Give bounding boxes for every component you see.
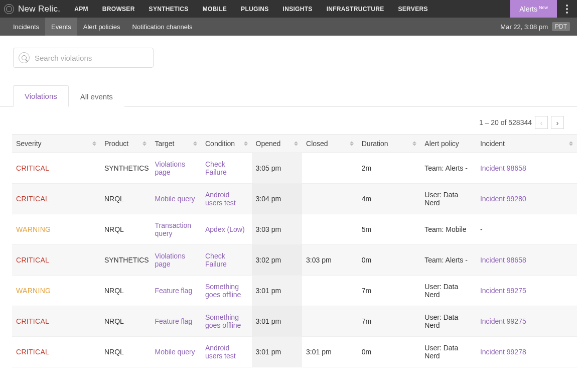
subnav-item-notification-channels[interactable]: Notification channels [126,18,199,36]
duration-label: 4m [362,195,371,203]
product-label: NRQL [104,348,124,356]
table-row: CRITICALNRQLMobile queryAndroid users te… [12,184,577,214]
opened-time: 3:01 pm [256,348,281,356]
duration-label: 0m [362,348,371,356]
table-row: CRITICALSYNTHETICSViolations pageCheck F… [12,153,577,184]
product-label: NRQL [104,225,124,233]
col-header-severity[interactable]: Severity [12,135,100,153]
policy-label: User: Data Nerd [424,191,458,207]
table-row: CRITICALNRQLMobile queryAndroid users te… [12,337,577,367]
nav-item-plugins[interactable]: PLUGINS [234,0,275,18]
sort-icon [193,142,197,146]
search-icon [19,52,30,63]
duration-label: 7m [362,317,371,325]
condition-link[interactable]: Android users test [205,191,236,207]
subnav-item-incidents[interactable]: Incidents [7,18,45,36]
sort-icon [92,142,96,146]
condition-link[interactable]: Android users test [205,344,236,360]
col-header-duration[interactable]: Duration [358,135,421,153]
col-header-incident[interactable]: Incident [476,135,577,153]
table-row: WARNINGNRQLTransaction queryApdex (Low)3… [12,214,577,245]
policy-label: Team: Alerts - [424,256,468,264]
condition-link[interactable]: Check Failure [205,160,227,176]
policy-label: User: Data Nerd [424,283,458,299]
product-label: NRQL [104,317,124,325]
opened-time: 3:01 pm [256,287,281,295]
nav-item-mobile[interactable]: MOBILE [196,0,234,18]
tab-all-events[interactable]: All events [69,86,124,107]
target-link[interactable]: Transaction query [155,221,191,237]
newrelic-logo-icon [4,4,14,14]
incident-link[interactable]: Incident 99280 [480,195,526,203]
alerts-label: Alerts [519,5,537,13]
col-header-alert-policy[interactable]: Alert policy [420,135,476,153]
brand-logo[interactable]: New Relic. [0,4,67,14]
target-link[interactable]: Mobile query [155,348,195,356]
condition-link[interactable]: Something goes offline [205,313,241,329]
opened-time: 3:03 pm [256,225,281,233]
prev-page-button[interactable]: ‹ [535,116,548,129]
search-box[interactable] [13,48,154,68]
severity-label: WARNING [16,225,51,233]
nav-item-apm[interactable]: APM [67,0,95,18]
pagination-text: 1 – 20 of 528344 [479,118,532,126]
sort-icon [569,142,573,146]
duration-label: 2m [362,164,371,172]
tabs: ViolationsAll events [0,73,577,107]
incident-empty: - [480,225,483,233]
closed-time: 3:03 pm [306,256,332,264]
condition-link[interactable]: Check Failure [205,252,227,268]
target-link[interactable]: Violations page [155,252,185,268]
duration-label: 5m [362,225,371,233]
severity-label: CRITICAL [16,164,49,172]
topbar: New Relic. APMBROWSERSYNTHETICSMOBILEPLU… [0,0,577,18]
opened-time: 3:02 pm [256,256,281,264]
tab-violations[interactable]: Violations [13,85,69,107]
col-header-opened[interactable]: Opened [252,135,303,153]
nav-item-servers[interactable]: SERVERS [391,0,435,18]
product-label: NRQL [104,195,124,203]
subnav-item-alert-policies[interactable]: Alert policies [77,18,126,36]
closed-time: 3:01 pm [306,348,332,356]
nav-item-infrastructure[interactable]: INFRASTRUCTURE [320,0,391,18]
overflow-menu-icon[interactable] [557,0,577,18]
target-link[interactable]: Feature flag [155,317,192,325]
col-header-condition[interactable]: Condition [201,135,252,153]
severity-label: CRITICAL [16,317,49,325]
incident-link[interactable]: Incident 99275 [480,317,526,325]
col-header-product[interactable]: Product [100,135,151,153]
incident-link[interactable]: Incident 98658 [480,256,526,264]
incident-link[interactable]: Incident 98658 [480,164,526,172]
brand-text: New Relic. [18,4,60,14]
condition-link[interactable]: Something goes offline [205,283,241,299]
target-link[interactable]: Feature flag [155,287,192,295]
nav-item-synthetics[interactable]: SYNTHETICS [142,0,196,18]
product-label: NRQL [104,287,124,295]
sort-icon [350,142,354,146]
alerts-badge: New [539,5,548,10]
severity-label: CRITICAL [16,195,49,203]
primary-nav: APMBROWSERSYNTHETICSMOBILEPLUGINSINSIGHT… [67,0,435,18]
target-link[interactable]: Violations page [155,160,185,176]
policy-label: Team: Mobile [424,225,466,233]
next-page-button[interactable]: › [551,116,564,129]
nav-item-browser[interactable]: BROWSER [95,0,142,18]
table-row: CRITICALSYNTHETICSViolations pageCheck F… [12,245,577,276]
condition-link[interactable]: Apdex (Low) [205,225,245,233]
opened-time: 3:05 pm [256,164,281,172]
alerts-button[interactable]: Alerts New [510,0,557,18]
incident-link[interactable]: Incident 99275 [480,287,526,295]
severity-label: WARNING [16,287,51,295]
col-header-closed[interactable]: Closed [302,135,358,153]
nav-item-insights[interactable]: INSIGHTS [276,0,320,18]
severity-label: CRITICAL [16,348,49,356]
col-header-target[interactable]: Target [151,135,201,153]
table-row: WARNINGNRQLFeature flagSomething goes of… [12,276,577,306]
policy-label: User: Data Nerd [424,313,458,329]
table-row: CRITICALNRQLFeature flagSomething goes o… [12,306,577,337]
search-input[interactable] [35,54,148,62]
incident-link[interactable]: Incident 99278 [480,348,526,356]
product-label: SYNTHETICS [104,164,149,172]
subnav-item-events[interactable]: Events [45,18,77,36]
target-link[interactable]: Mobile query [155,195,195,203]
